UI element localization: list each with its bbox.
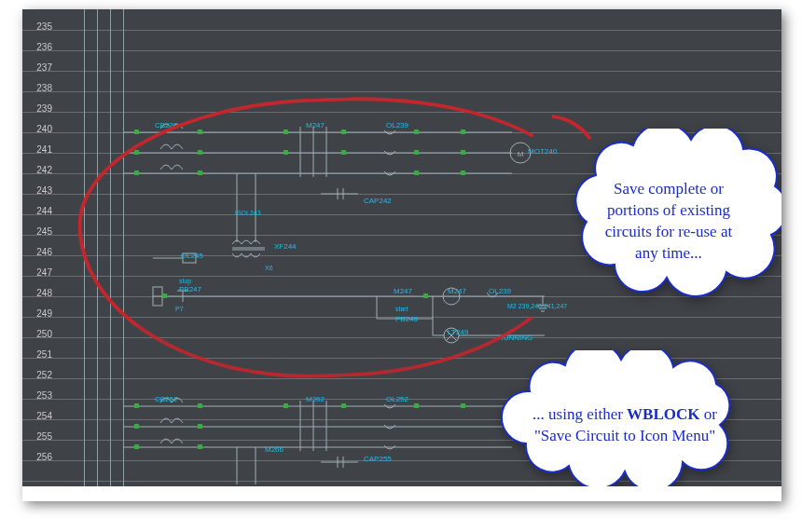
svg-rect-68: [414, 403, 419, 408]
svg-rect-72: [134, 444, 139, 449]
svg-rect-50: [414, 130, 419, 134]
svg-rect-49: [341, 130, 346, 134]
svg-rect-52: [134, 150, 139, 155]
svg-rect-73: [198, 444, 202, 449]
svg-rect-56: [414, 150, 419, 155]
svg-rect-66: [283, 403, 288, 408]
svg-rect-71: [198, 424, 202, 429]
svg-rect-64: [134, 403, 139, 408]
svg-rect-54: [283, 150, 288, 155]
svg-rect-15: [183, 253, 196, 263]
svg-rect-67: [341, 403, 346, 408]
svg-rect-48: [283, 130, 288, 134]
svg-rect-65: [198, 403, 202, 408]
svg-rect-69: [461, 403, 465, 408]
svg-rect-51: [461, 130, 465, 134]
svg-rect-53: [198, 150, 202, 155]
svg-rect-55: [341, 150, 346, 155]
svg-rect-63: [423, 293, 428, 298]
svg-rect-59: [198, 171, 202, 175]
svg-rect-60: [414, 171, 419, 175]
svg-rect-58: [134, 171, 139, 175]
svg-text:M: M: [518, 150, 524, 158]
svg-rect-61: [461, 171, 465, 175]
svg-rect-46: [134, 130, 139, 134]
svg-rect-62: [162, 293, 167, 298]
schematic-viewport[interactable]: 2342352362372382392402412422432442452462…: [22, 9, 781, 501]
svg-rect-47: [198, 130, 202, 134]
schematic-drawing: M: [22, 9, 781, 501]
svg-rect-70: [134, 424, 139, 429]
svg-rect-57: [461, 150, 465, 155]
